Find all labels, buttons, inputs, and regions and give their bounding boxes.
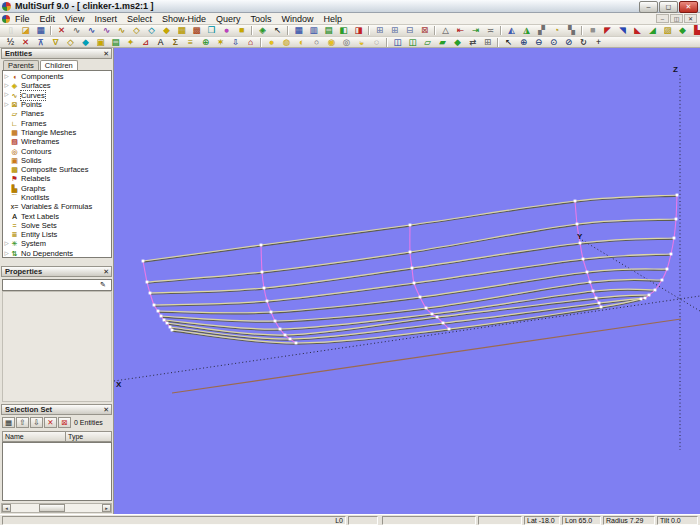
visibility-7-icon[interactable]: ◒: [354, 37, 369, 48]
control-point-marker[interactable]: [661, 279, 664, 282]
extend-left-icon[interactable]: ⇤: [453, 25, 468, 36]
insert-surface-icon[interactable]: ◇: [129, 25, 144, 36]
control-point-marker[interactable]: [171, 329, 174, 332]
insert-arc-icon[interactable]: ∿: [99, 25, 114, 36]
entity-tool-13-icon[interactable]: ≡: [183, 37, 198, 48]
entity-tool-3-icon[interactable]: ⊼: [33, 37, 48, 48]
selection-list[interactable]: [2, 442, 112, 501]
tree-item-graphs[interactable]: ▙Graphs: [3, 184, 111, 193]
control-point-marker[interactable]: [157, 310, 160, 313]
menu-item-window[interactable]: Window: [276, 14, 318, 24]
render-option-4-icon[interactable]: ◔: [549, 25, 564, 36]
surface-display-1-icon[interactable]: ◫: [390, 37, 405, 48]
visibility-1-icon[interactable]: ●: [264, 37, 279, 48]
control-point-marker[interactable]: [266, 300, 269, 303]
edit-tool-2-icon[interactable]: ◤: [600, 25, 615, 36]
visibility-4-icon[interactable]: ○: [309, 37, 324, 48]
control-point-marker[interactable]: [153, 304, 156, 307]
insert-ruled-surface-icon[interactable]: ◇: [144, 25, 159, 36]
control-point-marker[interactable]: [600, 306, 603, 309]
column-type[interactable]: Type: [66, 431, 112, 442]
display-option-3-icon[interactable]: ⊟: [402, 25, 417, 36]
visibility-8-icon[interactable]: ◌: [369, 37, 384, 48]
menu-item-query[interactable]: Query: [211, 14, 246, 24]
edit-tool-3-icon[interactable]: ◥: [615, 25, 630, 36]
control-point-marker[interactable]: [261, 271, 264, 274]
visibility-3-icon[interactable]: ◐: [294, 37, 309, 48]
entity-tool-14-icon[interactable]: ⊕: [198, 37, 213, 48]
entity-tool-2-icon[interactable]: ✕: [18, 37, 33, 48]
horizontal-scrollbar[interactable]: ◂ ▸: [1, 503, 112, 513]
control-point-marker[interactable]: [431, 313, 434, 316]
insert-sphere-icon[interactable]: ●: [219, 25, 234, 36]
menu-item-select[interactable]: Select: [122, 14, 157, 24]
tree-item-curves[interactable]: ▷∿Curves: [3, 91, 111, 100]
control-point-marker[interactable]: [574, 200, 577, 203]
zoom-out-icon[interactable]: ⊖: [531, 37, 546, 48]
menu-item-insert[interactable]: Insert: [89, 14, 122, 24]
insert-trimesh-icon[interactable]: ▩: [189, 25, 204, 36]
tree-item-components[interactable]: ▷◖Components: [3, 72, 111, 81]
align-icon[interactable]: ≍: [483, 25, 498, 36]
control-point-marker[interactable]: [673, 237, 676, 240]
entity-tool-11-icon[interactable]: A: [153, 37, 168, 48]
select-all-icon[interactable]: ◈: [255, 25, 270, 36]
surface-display-7-icon[interactable]: ⊞: [480, 37, 495, 48]
surface-display-2-icon[interactable]: ◫: [405, 37, 420, 48]
remove-selected-icon[interactable]: ✕: [44, 417, 57, 428]
control-point-marker[interactable]: [409, 224, 412, 227]
entity-tool-17-icon[interactable]: ⌂: [243, 37, 258, 48]
pointer-mode-icon[interactable]: ↖: [270, 25, 285, 36]
control-point-marker[interactable]: [166, 322, 169, 325]
control-point-marker[interactable]: [595, 297, 598, 300]
display-option-1-icon[interactable]: ⊞: [372, 25, 387, 36]
edit-tool-4-icon[interactable]: ◣: [630, 25, 645, 36]
control-point-marker[interactable]: [582, 258, 585, 261]
entity-tool-4-icon[interactable]: ∇: [48, 37, 63, 48]
menu-item-tools[interactable]: Tools: [245, 14, 276, 24]
tree-item-frames[interactable]: ∟Frames: [3, 118, 111, 127]
expander-icon[interactable]: ▷: [3, 102, 10, 108]
control-point-marker[interactable]: [260, 244, 263, 247]
surface-display-5-icon[interactable]: ◆: [450, 37, 465, 48]
visibility-5-icon[interactable]: ◉: [324, 37, 339, 48]
tab-children[interactable]: Children: [40, 60, 78, 70]
render-option-1-icon[interactable]: ◭: [504, 25, 519, 36]
control-point-marker[interactable]: [413, 282, 416, 285]
open-file-icon[interactable]: ◪: [18, 25, 33, 36]
surface-display-4-icon[interactable]: ▰: [435, 37, 450, 48]
entity-tool-15-icon[interactable]: ✶: [213, 37, 228, 48]
control-point-marker[interactable]: [263, 287, 266, 290]
entity-tool-8-icon[interactable]: ▤: [108, 37, 123, 48]
visibility-6-icon[interactable]: ◎: [339, 37, 354, 48]
tree-item-triangle-meshes[interactable]: ▦Triangle Meshes: [3, 128, 111, 137]
control-point-marker[interactable]: [648, 294, 651, 297]
viewport[interactable]: XYZ: [114, 48, 700, 514]
edit-tool-5-icon[interactable]: ◢: [645, 25, 660, 36]
menu-item-view[interactable]: View: [60, 14, 89, 24]
edit-tool-7-icon[interactable]: ◆: [675, 25, 690, 36]
control-point-marker[interactable]: [670, 253, 673, 256]
entity-tool-16-icon[interactable]: ⇩: [228, 37, 243, 48]
tree-item-planes[interactable]: ▱Planes: [3, 109, 111, 118]
move-up-icon[interactable]: ⇧: [16, 417, 29, 428]
control-point-marker[interactable]: [675, 218, 678, 221]
insert-line-icon[interactable]: ∿: [84, 25, 99, 36]
scroll-left-icon[interactable]: ◂: [2, 504, 11, 512]
edit-tool-1-icon[interactable]: ■: [585, 25, 600, 36]
expander-icon[interactable]: ▷: [3, 251, 10, 257]
tree-item-surfaces[interactable]: ▷◈Surfaces: [3, 81, 111, 90]
expander-icon[interactable]: ▷: [3, 241, 10, 247]
control-point-marker[interactable]: [442, 322, 445, 325]
selection-close-icon[interactable]: ✕: [103, 405, 109, 414]
close-icon[interactable]: ✕: [679, 1, 698, 13]
tree-item-variables-formulas[interactable]: x=Variables & Formulas: [3, 202, 111, 211]
control-point-marker[interactable]: [409, 251, 412, 254]
edit-tool-6-icon[interactable]: ▨: [660, 25, 675, 36]
tree-item-system[interactable]: ▷✳System: [3, 239, 111, 248]
entity-tool-12-icon[interactable]: Σ: [168, 37, 183, 48]
save-file-icon[interactable]: ▦: [33, 25, 48, 36]
control-point-marker[interactable]: [146, 281, 149, 284]
control-point-marker[interactable]: [640, 298, 643, 301]
tree-item-solids[interactable]: ▣Solids: [3, 156, 111, 165]
